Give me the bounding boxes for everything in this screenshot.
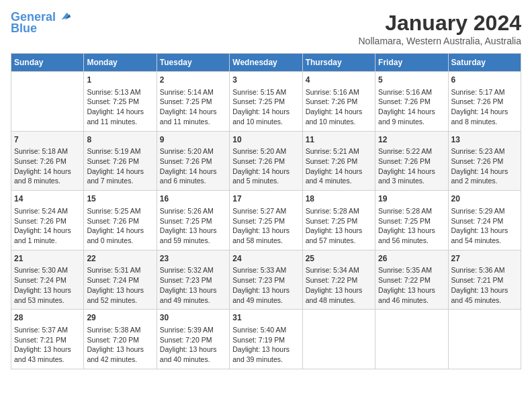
day-info: Sunrise: 5:37 AMSunset: 7:21 PMDaylight:… — [14, 325, 81, 365]
calendar-cell-r2-c1: 15Sunrise: 5:25 AMSunset: 7:26 PMDayligh… — [84, 191, 157, 250]
calendar-cell-r0-c5: 5Sunrise: 5:16 AMSunset: 7:26 PMDaylight… — [375, 72, 448, 132]
day-number: 7 — [14, 134, 81, 146]
day-info: Sunrise: 5:16 AMSunset: 7:26 PMDaylight:… — [378, 87, 445, 127]
calendar-cell-r3-c3: 24Sunrise: 5:33 AMSunset: 7:23 PMDayligh… — [230, 250, 302, 310]
calendar-cell-r3-c6: 27Sunrise: 5:36 AMSunset: 7:21 PMDayligh… — [448, 250, 521, 310]
day-number: 1 — [87, 75, 153, 86]
day-number: 3 — [232, 75, 299, 86]
day-number: 28 — [14, 312, 81, 324]
day-number: 4 — [306, 75, 372, 86]
calendar-cell-r1-c1: 8Sunrise: 5:19 AMSunset: 7:26 PMDaylight… — [84, 131, 157, 191]
day-info: Sunrise: 5:18 AMSunset: 7:26 PMDaylight:… — [14, 146, 81, 186]
day-info: Sunrise: 5:20 AMSunset: 7:26 PMDaylight:… — [160, 146, 226, 186]
calendar-row-1: 7Sunrise: 5:18 AMSunset: 7:26 PMDaylight… — [11, 131, 521, 191]
calendar-table: SundayMondayTuesdayWednesdayThursdayFrid… — [11, 53, 521, 369]
calendar-row-2: 14Sunrise: 5:24 AMSunset: 7:26 PMDayligh… — [11, 191, 521, 250]
day-info: Sunrise: 5:17 AMSunset: 7:26 PMDaylight:… — [451, 87, 518, 127]
calendar-cell-r4-c5 — [375, 310, 448, 369]
day-info: Sunrise: 5:21 AMSunset: 7:26 PMDaylight:… — [306, 146, 372, 186]
calendar-cell-r2-c5: 19Sunrise: 5:28 AMSunset: 7:25 PMDayligh… — [375, 191, 448, 250]
day-number: 2 — [160, 75, 226, 86]
header-row: SundayMondayTuesdayWednesdayThursdayFrid… — [11, 54, 521, 72]
day-info: Sunrise: 5:33 AMSunset: 7:23 PMDaylight:… — [232, 265, 299, 305]
calendar-cell-r4-c3: 31Sunrise: 5:40 AMSunset: 7:19 PMDayligh… — [230, 310, 302, 369]
calendar-cell-r0-c2: 2Sunrise: 5:14 AMSunset: 7:25 PMDaylight… — [157, 72, 229, 132]
calendar-cell-r1-c5: 12Sunrise: 5:22 AMSunset: 7:26 PMDayligh… — [375, 131, 448, 191]
day-number: 5 — [378, 75, 445, 86]
subtitle: Nollamara, Western Australia, Australia — [358, 36, 521, 46]
calendar-cell-r0-c1: 1Sunrise: 5:13 AMSunset: 7:25 PMDaylight… — [84, 72, 157, 132]
day-number: 30 — [160, 312, 226, 324]
day-number: 15 — [87, 193, 153, 205]
day-number: 25 — [306, 253, 372, 265]
calendar-cell-r0-c0 — [11, 72, 84, 132]
day-info: Sunrise: 5:15 AMSunset: 7:25 PMDaylight:… — [232, 87, 299, 127]
calendar-row-0: 1Sunrise: 5:13 AMSunset: 7:25 PMDaylight… — [11, 72, 521, 132]
calendar-cell-r1-c4: 11Sunrise: 5:21 AMSunset: 7:26 PMDayligh… — [302, 131, 375, 191]
day-number: 12 — [378, 134, 445, 146]
calendar-cell-r4-c1: 29Sunrise: 5:38 AMSunset: 7:20 PMDayligh… — [84, 310, 157, 369]
day-number: 13 — [451, 134, 518, 146]
calendar-row-4: 28Sunrise: 5:37 AMSunset: 7:21 PMDayligh… — [11, 310, 521, 369]
day-number: 23 — [160, 253, 226, 265]
day-info: Sunrise: 5:27 AMSunset: 7:25 PMDaylight:… — [232, 206, 299, 246]
column-header-thursday: Thursday — [302, 54, 375, 72]
day-info: Sunrise: 5:14 AMSunset: 7:25 PMDaylight:… — [160, 87, 226, 127]
day-info: Sunrise: 5:31 AMSunset: 7:24 PMDaylight:… — [87, 265, 153, 305]
column-header-monday: Monday — [84, 54, 157, 72]
day-number: 18 — [306, 193, 372, 205]
calendar-cell-r1-c3: 10Sunrise: 5:20 AMSunset: 7:26 PMDayligh… — [230, 131, 302, 191]
calendar-cell-r2-c6: 20Sunrise: 5:29 AMSunset: 7:24 PMDayligh… — [448, 191, 521, 250]
logo: General Blue — [11, 11, 71, 36]
day-number: 11 — [306, 134, 372, 146]
calendar-body: 1Sunrise: 5:13 AMSunset: 7:25 PMDaylight… — [11, 72, 521, 369]
day-info: Sunrise: 5:40 AMSunset: 7:19 PMDaylight:… — [232, 325, 299, 365]
day-info: Sunrise: 5:26 AMSunset: 7:25 PMDaylight:… — [160, 206, 226, 246]
day-info: Sunrise: 5:16 AMSunset: 7:26 PMDaylight:… — [306, 87, 372, 127]
day-number: 19 — [378, 193, 445, 205]
day-number: 26 — [378, 253, 445, 265]
day-number: 27 — [451, 253, 518, 265]
main-title: January 2024 — [358, 11, 521, 36]
day-info: Sunrise: 5:28 AMSunset: 7:25 PMDaylight:… — [378, 206, 445, 246]
day-number: 31 — [232, 312, 299, 324]
calendar-cell-r0-c6: 6Sunrise: 5:17 AMSunset: 7:26 PMDaylight… — [448, 72, 521, 132]
day-info: Sunrise: 5:29 AMSunset: 7:24 PMDaylight:… — [451, 206, 518, 246]
column-header-sunday: Sunday — [11, 54, 84, 72]
day-info: Sunrise: 5:22 AMSunset: 7:26 PMDaylight:… — [378, 146, 445, 186]
calendar-cell-r4-c2: 30Sunrise: 5:39 AMSunset: 7:20 PMDayligh… — [157, 310, 229, 369]
page-header: General Blue January 2024 Nollamara, Wes… — [11, 11, 521, 46]
day-number: 21 — [14, 253, 81, 265]
day-number: 20 — [451, 193, 518, 205]
day-info: Sunrise: 5:34 AMSunset: 7:22 PMDaylight:… — [306, 265, 372, 305]
day-info: Sunrise: 5:28 AMSunset: 7:25 PMDaylight:… — [306, 206, 372, 246]
day-number: 10 — [232, 134, 299, 146]
day-info: Sunrise: 5:30 AMSunset: 7:24 PMDaylight:… — [14, 265, 81, 305]
day-number: 24 — [232, 253, 299, 265]
calendar-cell-r2-c0: 14Sunrise: 5:24 AMSunset: 7:26 PMDayligh… — [11, 191, 84, 250]
day-info: Sunrise: 5:19 AMSunset: 7:26 PMDaylight:… — [87, 146, 153, 186]
calendar-cell-r4-c6 — [448, 310, 521, 369]
day-info: Sunrise: 5:25 AMSunset: 7:26 PMDaylight:… — [87, 206, 153, 246]
day-number: 9 — [160, 134, 226, 146]
day-number: 6 — [451, 75, 518, 86]
calendar-cell-r1-c6: 13Sunrise: 5:23 AMSunset: 7:26 PMDayligh… — [448, 131, 521, 191]
column-header-friday: Friday — [375, 54, 448, 72]
day-info: Sunrise: 5:24 AMSunset: 7:26 PMDaylight:… — [14, 206, 81, 246]
day-number: 22 — [87, 253, 153, 265]
calendar-cell-r4-c0: 28Sunrise: 5:37 AMSunset: 7:21 PMDayligh… — [11, 310, 84, 369]
calendar-cell-r3-c0: 21Sunrise: 5:30 AMSunset: 7:24 PMDayligh… — [11, 250, 84, 310]
day-info: Sunrise: 5:20 AMSunset: 7:26 PMDaylight:… — [232, 146, 299, 186]
day-number: 8 — [87, 134, 153, 146]
column-header-tuesday: Tuesday — [157, 54, 229, 72]
day-info: Sunrise: 5:13 AMSunset: 7:25 PMDaylight:… — [87, 87, 153, 127]
logo-icon — [57, 9, 71, 23]
calendar-cell-r0-c3: 3Sunrise: 5:15 AMSunset: 7:25 PMDaylight… — [230, 72, 302, 132]
day-number: 16 — [160, 193, 226, 205]
calendar-cell-r2-c2: 16Sunrise: 5:26 AMSunset: 7:25 PMDayligh… — [157, 191, 229, 250]
calendar-cell-r1-c2: 9Sunrise: 5:20 AMSunset: 7:26 PMDaylight… — [157, 131, 229, 191]
day-info: Sunrise: 5:23 AMSunset: 7:26 PMDaylight:… — [451, 146, 518, 186]
day-info: Sunrise: 5:39 AMSunset: 7:20 PMDaylight:… — [160, 325, 226, 365]
day-number: 29 — [87, 312, 153, 324]
calendar-cell-r1-c0: 7Sunrise: 5:18 AMSunset: 7:26 PMDaylight… — [11, 131, 84, 191]
